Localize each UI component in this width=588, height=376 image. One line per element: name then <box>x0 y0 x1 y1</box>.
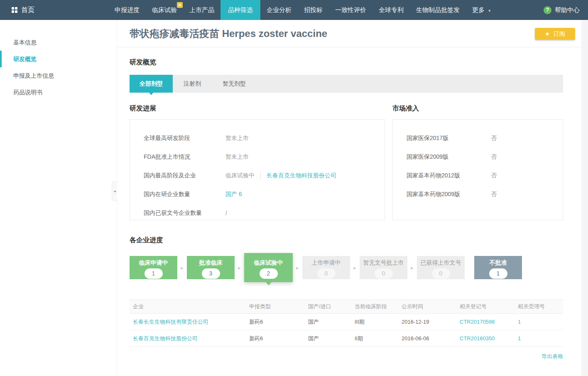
companies-table: 企业 申报类型 国产/进口 当前临床阶段 公示时间 相关登记号 相关受理号 长春… <box>130 300 563 360</box>
step-count-badge: 1 <box>489 268 507 279</box>
tab-no-dosage-form[interactable]: 暂无剂型 <box>212 75 257 93</box>
title-bar: 带状疱疹减毒活疫苗 Herpes zoster vaccine ★ 订阅 <box>117 20 581 47</box>
vertical-divider <box>260 172 261 179</box>
step-marketing-application[interactable]: 上市申请中 0 <box>302 256 350 279</box>
company-name-link[interactable]: 长春百克生物科技股份公司 <box>133 335 198 342</box>
step-label: 上市申请中 <box>302 259 350 267</box>
cell-clinical-phase: II期 <box>351 335 398 342</box>
step-label: 不批准 <box>474 259 522 267</box>
table-header: 企业 申报类型 国产/进口 当前临床阶段 公示时间 相关登记号 相关受理号 <box>130 300 563 314</box>
nav-item-bidding[interactable]: 招投标 <box>298 0 329 20</box>
caret-down-icon: ▾ <box>488 8 490 13</box>
tab-injection[interactable]: 注射剂 <box>173 75 212 93</box>
info-row-fda-status: FDA批准上市情况 暂未上市 <box>144 147 385 166</box>
nav-item-marketed-products[interactable]: 上市产品 <box>183 0 220 20</box>
company-name-link[interactable]: 长春长生生物科技有限责任公司 <box>133 319 208 325</box>
subscribe-label: 订阅 <box>554 30 565 38</box>
info-row-eml-2009: 国家基本药物2009版 否 <box>407 185 563 204</box>
info-label: 国内最高阶段及企业 <box>144 172 225 179</box>
step-count-badge: 1 <box>145 268 163 279</box>
company-progress-heading: 各企业进度 <box>130 236 563 245</box>
cell-origin: 国产 <box>305 335 351 342</box>
step-not-approved[interactable]: 不批准 1 <box>474 256 522 279</box>
step-clinical-trial-ongoing[interactable]: 临床试验中 2 <box>244 253 293 282</box>
registration-no-link[interactable]: CTR20170598 <box>460 319 495 325</box>
subscribe-button[interactable]: ★ 订阅 <box>535 28 575 40</box>
step-arrow-icon: ▸ <box>407 265 417 271</box>
sidebar-item-drug-label[interactable]: 药品说明书 <box>0 84 116 101</box>
nav-item-clinical-trials[interactable]: 临床试验 N <box>146 0 183 20</box>
nav-item-more[interactable]: 更多 ▾ <box>466 0 497 20</box>
step-label: 临床申请中 <box>130 259 177 267</box>
nav-item-variety-screening[interactable]: 品种筛选 <box>220 0 260 20</box>
step-label: 批准临床 <box>187 259 235 267</box>
main-content: ◂ 带状疱疹减毒活疫苗 Herpes zoster vaccine ★ 订阅 研… <box>117 20 581 376</box>
step-count-badge: 3 <box>202 268 220 279</box>
col-header-origin: 国产/进口 <box>305 303 351 310</box>
info-label: 国内已获文号企业数量 <box>144 209 225 217</box>
step-label: 暂无文号批上市 <box>360 259 407 267</box>
acceptance-no-link[interactable]: 1 <box>518 319 521 325</box>
info-label: 国家医保2009版 <box>407 153 491 161</box>
sidebar-item-basic-info[interactable]: 基本信息 <box>0 34 116 51</box>
step-label: 已获得上市文号 <box>417 259 465 267</box>
col-header-publish-date: 公示时间 <box>398 303 456 310</box>
nav-item-biologics-batch-release[interactable]: 生物制品批签发 <box>410 0 466 20</box>
nav-item-application-progress[interactable]: 申报进度 <box>108 0 146 20</box>
star-icon: ★ <box>545 31 550 37</box>
help-center-label: 帮助中心 <box>555 6 580 14</box>
cell-publish-date: 2016-12-19 <box>398 319 456 325</box>
sidebar-collapse-handle[interactable]: ◂ <box>112 181 117 201</box>
step-license-obtained[interactable]: 已获得上市文号 0 <box>417 256 465 279</box>
col-header-application-type: 申报类型 <box>246 303 305 310</box>
col-header-acceptance-no: 相关受理号 <box>514 303 563 310</box>
info-row-nrdl-2017: 国家医保2017版 否 <box>407 129 563 147</box>
info-value: 否 <box>491 153 497 161</box>
info-label: 国内在研企业数量 <box>144 191 225 198</box>
step-clinical-approved[interactable]: 批准临床 3 <box>187 256 235 279</box>
home-grid-icon <box>12 7 17 13</box>
info-row-domestic-stage: 国内最高阶段及企业 临床试验中 长春百克生物科技股份公司 <box>144 166 385 185</box>
nav-item-more-label: 更多 <box>472 6 485 13</box>
domestic-count-link[interactable]: 国产 6 <box>225 191 242 198</box>
body-area: 研发概览 全部剂型 注射剂 暂无剂型 研发进展 全球最高研发阶段 暂未上市 FD… <box>117 58 581 360</box>
sidebar-item-rd-overview[interactable]: 研发概览 <box>0 51 116 67</box>
help-center[interactable]: ? 帮助中心 <box>544 6 580 14</box>
table-row: 长春百克生物科技股份公司 新药6 国产 II期 2016-06-06 CTR20… <box>130 330 563 347</box>
help-question-icon: ? <box>544 6 551 14</box>
info-row-domestic-company-count: 国内在研企业数量 国产 6 <box>144 185 385 204</box>
nav-item-company-analysis[interactable]: 企业分析 <box>260 0 298 20</box>
nav-item-clinical-trials-label: 临床试验 <box>152 6 177 13</box>
info-value: 暂未上市 <box>225 153 249 161</box>
nav-item-consistency-evaluation[interactable]: 一致性评价 <box>329 0 372 20</box>
info-row-nrdl-2009: 国家医保2009版 否 <box>407 147 563 166</box>
step-approved-no-license[interactable]: 暂无文号批上市 0 <box>360 256 407 279</box>
info-value: / <box>225 210 227 216</box>
export-table-link[interactable]: 导出表格 <box>541 353 563 359</box>
export-row: 导出表格 <box>130 352 563 360</box>
top-navbar: 首页 申报进度 临床试验 N 上市产品 品种筛选 企业分析 招投标 一致性评价 … <box>0 0 588 20</box>
market-access-panel: 市场准入 国家医保2017版 否 国家医保2009版 否 国家基本药物2012版… <box>392 104 563 220</box>
progress-steps: 临床申请中 1 ▸ 批准临床 3 ▸ 临床试验中 2 ▸ 上市申请中 0 ▸ 暂… <box>130 253 563 282</box>
nav-home[interactable]: 首页 <box>12 6 34 15</box>
rd-progress-heading: 研发进展 <box>130 104 385 113</box>
cell-application-type: 新药6 <box>246 335 305 342</box>
nav-item-global-patents[interactable]: 全球专利 <box>372 0 410 20</box>
col-header-clinical-phase: 当前临床阶段 <box>351 303 398 310</box>
acceptance-no-link[interactable]: 1 <box>518 335 521 342</box>
left-sidebar: 基本信息 研发概览 申报及上市信息 药品说明书 <box>0 20 116 376</box>
nav-home-label: 首页 <box>21 6 34 15</box>
col-header-company: 企业 <box>130 303 246 310</box>
info-label: FDA批准上市情况 <box>144 153 225 161</box>
step-arrow-icon: ▸ <box>235 265 244 271</box>
step-count-badge: 2 <box>260 268 278 279</box>
info-row-licensed-company-count: 国内已获文号企业数量 / <box>144 204 385 222</box>
sidebar-item-filing-marketing-info[interactable]: 申报及上市信息 <box>0 67 116 84</box>
tab-all-dosage-forms[interactable]: 全部剂型 <box>130 75 173 93</box>
step-label: 临床试验中 <box>244 259 293 267</box>
rd-overview-heading: 研发概览 <box>130 58 563 67</box>
registration-no-link[interactable]: CTR20160350 <box>460 335 495 342</box>
info-value: 否 <box>491 172 497 179</box>
step-clinical-application[interactable]: 临床申请中 1 <box>130 256 177 279</box>
company-link[interactable]: 长春百克生物科技股份公司 <box>267 172 336 179</box>
